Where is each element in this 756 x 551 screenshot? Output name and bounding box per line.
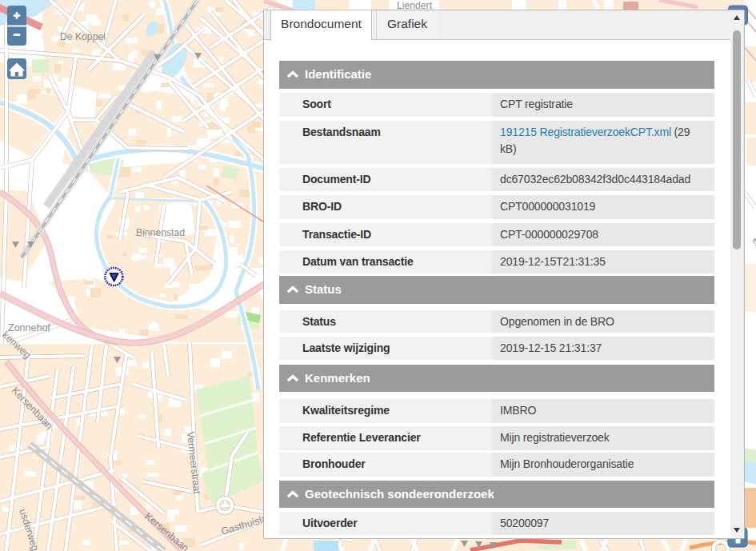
svg-text:Zonnehof: Zonnehof [8,322,50,333]
svg-text:Binnenstad: Binnenstad [136,227,185,238]
svg-text:De Koppel: De Koppel [60,31,106,42]
